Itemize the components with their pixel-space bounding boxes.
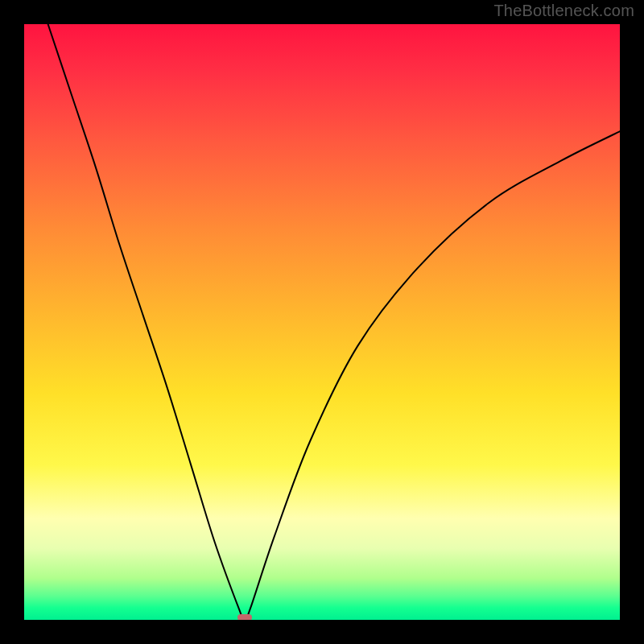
bottleneck-curve-svg xyxy=(24,24,620,620)
bottleneck-curve xyxy=(48,24,620,620)
optimum-marker xyxy=(237,614,252,620)
watermark-text: TheBottleneck.com xyxy=(493,2,634,20)
chart-frame: TheBottleneck.com xyxy=(0,0,644,644)
bottleneck-plot xyxy=(24,24,620,620)
